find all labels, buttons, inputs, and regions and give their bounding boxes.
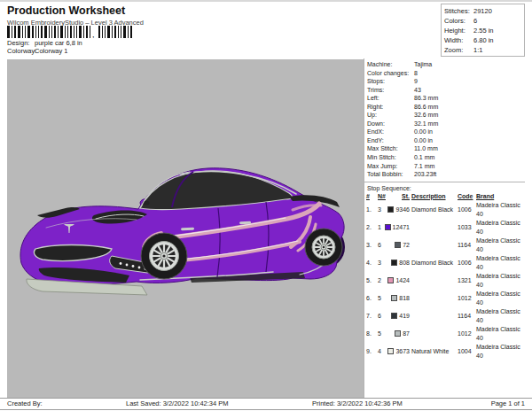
row-code: 1321	[458, 276, 474, 285]
footer-divider	[0, 398, 532, 399]
row-stitches: 9346	[387, 206, 410, 214]
endx-value: 0.00 in	[414, 128, 433, 136]
col-stitches: St.	[387, 192, 410, 201]
design-row: Design: purple car 6,8 in	[7, 39, 82, 47]
machine-row: Min Stitch:0.1 mm	[364, 153, 525, 162]
height-label: Height:	[444, 26, 473, 35]
machine-row: Machine:Tajima	[364, 60, 525, 69]
row-code: 1006	[458, 206, 474, 214]
row-stitches: 808	[387, 259, 410, 268]
row-brand: Madeira Classic 40	[476, 290, 525, 307]
col-brand: Brand	[476, 192, 525, 201]
up-label: Up:	[367, 111, 414, 120]
row-needle: 4	[378, 347, 385, 356]
max-jump-label: Max Jump:	[367, 162, 414, 171]
row-code: 1004	[458, 347, 474, 356]
summary-row-height: Height:2.55 in	[444, 26, 524, 35]
table-row: 7. 6 419 1164 Madeira Classic 40	[364, 307, 525, 325]
color-swatch	[387, 277, 394, 283]
machine-row: Color changes:8	[364, 69, 525, 78]
col-num: #	[366, 192, 376, 201]
row-code: 1006	[458, 259, 474, 268]
machine-row: Max Stitch:11.0 mm	[364, 144, 525, 153]
page-title: Production Worksheet	[7, 4, 125, 17]
zoom-value: 1:1	[473, 45, 482, 55]
table-row: 4. 3 808 Diamond Black 1006 Madeira Clas…	[364, 254, 525, 272]
machine-row: EndY:0.00 in	[364, 136, 525, 145]
row-code: 1164	[458, 312, 474, 321]
row-num: 9.	[366, 347, 376, 356]
summary-row-stitches: Stitches:29120	[444, 6, 524, 16]
row-needle: 3	[378, 259, 385, 268]
total-bobbin-value: 203.23ft	[414, 170, 436, 179]
max-jump-value: 7.1 mm	[414, 162, 434, 171]
color-swatch	[391, 313, 397, 319]
left-label: Left:	[367, 94, 414, 103]
row-code: 1012	[458, 330, 474, 338]
row-stitches: 3673	[387, 347, 410, 356]
down-label: Down:	[367, 120, 414, 128]
row-stitches: 1424	[387, 276, 410, 285]
machine-row: EndX:0.00 in	[364, 128, 525, 136]
row-stitches: 72	[387, 241, 410, 250]
page-number: Page 1 of 1	[491, 399, 525, 407]
row-stitches: 87	[387, 330, 410, 338]
footer-bottom-border	[0, 409, 532, 410]
row-brand: Madeira Classic 40	[476, 307, 525, 325]
row-brand: Madeira Classic 40	[476, 219, 525, 237]
color-swatch	[387, 206, 394, 213]
row-brand: Madeira Classic 40	[476, 201, 525, 219]
min-stitch-label: Min Stitch:	[367, 153, 414, 162]
row-brand: Madeira Classic 40	[476, 325, 525, 343]
row-needle: 5	[378, 294, 385, 303]
barcode-icon: ,	[7, 26, 133, 38]
col-code: Code	[458, 192, 474, 201]
up-value: 32.6 mm	[414, 111, 438, 120]
machine-label: Machine:	[367, 60, 414, 69]
table-row: 8. 5 87 1012 Madeira Classic 40	[364, 325, 525, 343]
height-value: 2.55 in	[473, 26, 494, 35]
row-num: 3.	[366, 241, 376, 250]
width-label: Width:	[444, 35, 473, 45]
table-row: 5. 2 1424 1321 Madeira Classic 40	[364, 272, 525, 290]
row-stitches: 419	[387, 312, 410, 321]
summary-row-colors: Colors:6	[444, 16, 524, 26]
design-preview-area	[7, 59, 364, 398]
production-worksheet-page: Production Worksheet Wilcom EmbroiderySt…	[0, 0, 532, 411]
table-row: 1. 3 9346 Diamond Black 1006 Madeira Cla…	[364, 201, 525, 219]
row-code: 1033	[458, 223, 474, 232]
machine-row: Trims:43	[364, 86, 525, 95]
colorway-label: Colorway:	[7, 47, 35, 55]
color-swatch	[395, 242, 401, 248]
row-num: 1.	[366, 206, 376, 214]
summary-row-zoom: Zoom:1:1	[444, 45, 524, 55]
row-brand: Madeira Classic 40	[476, 343, 525, 361]
row-brand: Madeira Classic 40	[476, 237, 525, 254]
stops-value: 9	[414, 77, 418, 86]
trims-label: Trims:	[367, 86, 414, 95]
car-embroidery-graphic	[7, 59, 364, 398]
design-label: Design:	[7, 39, 35, 47]
color-swatch	[385, 224, 391, 230]
row-needle: 2	[378, 276, 385, 285]
color-swatch	[395, 330, 401, 337]
row-description: Natural White	[411, 347, 456, 356]
down-value: 32.1 mm	[414, 120, 438, 128]
width-value: 6.80 in	[473, 35, 494, 45]
stop-sequence-header-row: # N# St. Description Code Brand	[364, 192, 525, 201]
summary-row-width: Width:6.80 in	[444, 35, 524, 45]
design-value: purple car 6,8 in	[35, 39, 82, 47]
machine-row: Max Jump:7.1 mm	[364, 162, 525, 171]
machine-row: Right:86.6 mm	[364, 103, 525, 112]
table-row: 2. 1 12471 1033 Madeira Classic 40	[364, 219, 525, 237]
total-bobbin-label: Total Bobbin:	[367, 170, 414, 179]
machine-row: Up:32.6 mm	[364, 111, 525, 120]
col-description: Description	[411, 192, 456, 201]
stitches-label: Stitches:	[444, 6, 473, 16]
table-row: 9. 4 3673 Natural White 1004 Madeira Cla…	[364, 343, 525, 361]
min-stitch-value: 0.1 mm	[414, 153, 434, 162]
machine-value: Tajima	[414, 60, 432, 69]
max-stitch-value: 11.0 mm	[414, 144, 438, 153]
printed-text: Printed: 3/2/2022 10:42:36 PM	[312, 399, 403, 407]
row-needle: 5	[378, 330, 385, 338]
